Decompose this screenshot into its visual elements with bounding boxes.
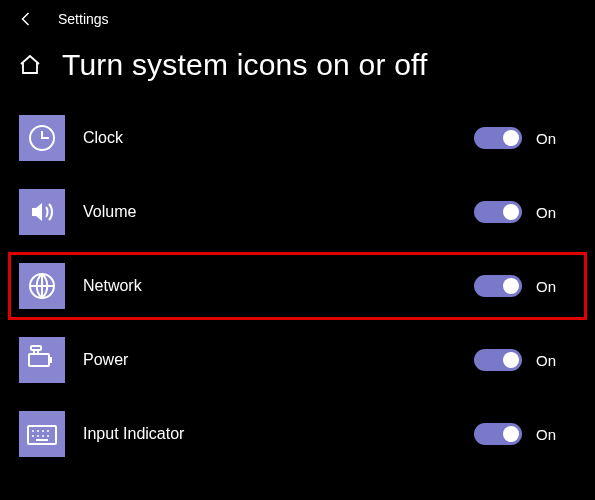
svg-point-11 xyxy=(37,435,39,437)
svg-point-6 xyxy=(32,430,34,432)
list-item: Network On xyxy=(8,252,587,320)
list-item: Clock On xyxy=(8,104,587,172)
svg-rect-4 xyxy=(31,346,41,350)
app-name: Settings xyxy=(58,11,109,27)
home-icon[interactable] xyxy=(18,53,42,77)
list-item: Power On xyxy=(8,326,587,394)
svg-rect-14 xyxy=(36,439,48,441)
toggle-input-indicator[interactable] xyxy=(474,423,522,445)
svg-point-9 xyxy=(47,430,49,432)
page-title: Turn system icons on or off xyxy=(62,48,428,82)
clock-icon xyxy=(19,115,65,161)
settings-list: Clock On Volume On xyxy=(0,104,595,468)
item-label: Network xyxy=(83,277,456,295)
svg-rect-5 xyxy=(28,426,56,444)
item-label: Volume xyxy=(83,203,456,221)
power-icon xyxy=(19,337,65,383)
svg-point-7 xyxy=(37,430,39,432)
svg-point-10 xyxy=(32,435,34,437)
item-label: Clock xyxy=(83,129,456,147)
list-item: Input Indicator On xyxy=(8,400,587,468)
volume-icon xyxy=(19,189,65,235)
toggle-power[interactable] xyxy=(474,349,522,371)
svg-point-8 xyxy=(42,430,44,432)
toggle-state: On xyxy=(536,352,564,369)
item-label: Input Indicator xyxy=(83,425,456,443)
globe-icon xyxy=(19,263,65,309)
list-item: Volume On xyxy=(8,178,587,246)
toggle-state: On xyxy=(536,204,564,221)
toggle-state: On xyxy=(536,426,564,443)
keyboard-icon xyxy=(19,411,65,457)
svg-rect-2 xyxy=(29,354,49,366)
toggle-network[interactable] xyxy=(474,275,522,297)
toggle-state: On xyxy=(536,130,564,147)
svg-point-12 xyxy=(42,435,44,437)
toggle-volume[interactable] xyxy=(474,201,522,223)
item-label: Power xyxy=(83,351,456,369)
svg-rect-3 xyxy=(49,357,52,363)
back-icon[interactable] xyxy=(18,10,36,28)
toggle-clock[interactable] xyxy=(474,127,522,149)
svg-point-13 xyxy=(47,435,49,437)
toggle-state: On xyxy=(536,278,564,295)
